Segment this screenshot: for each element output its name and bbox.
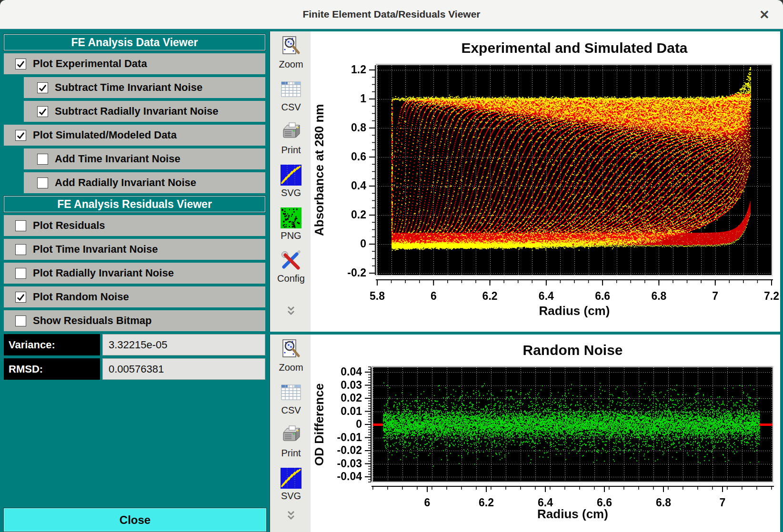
checkbox[interactable]: [15, 315, 26, 326]
toolbar-button-svg[interactable]: SVG: [280, 467, 302, 502]
random-noise-plot-ylabel: OD Difference: [311, 367, 328, 482]
sidebar: FE Analysis Data ViewerPlot Experimental…: [4, 34, 265, 380]
toolbar-button-print[interactable]: Print: [280, 424, 302, 459]
csv-icon: [280, 78, 302, 101]
experimental-plot-title: Experimental and Simulated Data: [377, 40, 772, 56]
fe-viewer-window: Finite Element Data/Residuals Viewer ✕ F…: [0, 0, 783, 532]
section-header-button[interactable]: FE Analysis Residuals Viewer: [4, 196, 265, 212]
experimental-plot-panel: Experimental and Simulated Data Absorban…: [311, 31, 780, 332]
chevron-double-down-icon[interactable]: [284, 510, 298, 524]
toolbar-button-label: Print: [281, 145, 301, 156]
print-icon: [280, 424, 302, 447]
toolbar-button-print[interactable]: Print: [280, 121, 302, 156]
print-icon: [280, 121, 302, 144]
toolbar-button-label: Zoom: [279, 362, 303, 373]
checkbox-label: Subtract Time Invariant Noise: [55, 81, 202, 94]
toolbar-button-zoom[interactable]: Zoom: [279, 35, 303, 70]
checkbox-label: Subtract Radially Invariant Noise: [55, 105, 219, 118]
toolbar-button-label: SVG: [281, 187, 301, 198]
toolbar-button-label: CSV: [281, 405, 301, 416]
experimental-plot-canvas[interactable]: [311, 31, 780, 332]
checkbox[interactable]: [15, 220, 26, 231]
checkbox-row[interactable]: Add Time Invariant Noise: [24, 148, 265, 169]
experimental-plot-xlabel: Radius (cm): [377, 304, 772, 318]
checkbox[interactable]: [37, 154, 48, 165]
checkbox[interactable]: [15, 268, 26, 279]
checkbox-label: Show Residuals Bitmap: [33, 315, 151, 327]
checkbox-row[interactable]: Subtract Time Invariant Noise: [24, 77, 265, 98]
random-noise-plot-canvas[interactable]: [311, 335, 780, 532]
random-noise-plot-title: Random Noise: [373, 342, 773, 358]
toolbar-button-label: Zoom: [279, 59, 303, 70]
stat-label: RMSD:: [4, 358, 100, 380]
checkbox-row[interactable]: Add Radially Invariant Noise: [24, 172, 265, 193]
checkbox-row[interactable]: Subtract Radially Invariant Noise: [24, 101, 265, 122]
checkbox[interactable]: [37, 177, 48, 188]
close-window-icon[interactable]: ✕: [756, 7, 773, 23]
checkbox-label: Plot Residuals: [33, 219, 105, 232]
toolbar-button-label: PNG: [281, 230, 301, 241]
checkbox-label: Plot Simulated/Modeled Data: [33, 129, 177, 141]
close-button[interactable]: Close: [4, 508, 266, 532]
checkbox[interactable]: [37, 106, 48, 117]
zoom-icon: [280, 338, 302, 361]
section-header-label: FE Analysis Data Viewer: [71, 36, 198, 49]
toolbar-button-svg[interactable]: SVG: [280, 164, 302, 198]
zoom-icon: [280, 35, 302, 58]
svg-icon: [280, 164, 302, 187]
checkbox-row[interactable]: Plot Radially Invariant Noise: [4, 263, 265, 284]
checkbox-label: Plot Radially Invariant Noise: [33, 267, 174, 279]
checkbox-row[interactable]: Show Residuals Bitmap: [4, 310, 265, 331]
checkbox-row[interactable]: Plot Random Noise: [4, 286, 265, 307]
experimental-plot-ylabel: Absorbance at 280 nm: [311, 65, 328, 275]
config-icon: [280, 249, 302, 272]
stat-row: RMSD:0.00576381: [4, 358, 265, 380]
window-title: Finite Element Data/Residuals Viewer: [0, 0, 783, 29]
checkbox[interactable]: [15, 244, 26, 255]
checkbox[interactable]: [15, 292, 26, 303]
checkbox-label: Add Radially Invariant Noise: [55, 177, 196, 189]
section-header-label: FE Analysis Residuals Viewer: [57, 198, 212, 211]
checkbox-label: Plot Time Invariant Noise: [33, 243, 158, 256]
svg-icon: [280, 467, 302, 490]
toolbar-button-zoom[interactable]: Zoom: [279, 338, 303, 373]
random-noise-plot-xlabel: Radius (cm): [373, 507, 773, 522]
toolbar-button-config[interactable]: Config: [277, 249, 305, 284]
toolbar-button-label: Config: [277, 273, 305, 284]
png-icon: [280, 207, 302, 229]
checkbox-label: Plot Random Noise: [33, 291, 129, 303]
checkbox-row[interactable]: Plot Experimental Data: [4, 53, 265, 74]
titlebar: Finite Element Data/Residuals Viewer ✕: [0, 0, 783, 29]
toolbar-bottom-plot: ZoomCSVPrintSVG: [270, 335, 312, 532]
checkbox-row[interactable]: Plot Residuals: [4, 215, 265, 236]
toolbar-button-csv[interactable]: CSV: [280, 381, 302, 416]
checkbox-row[interactable]: Plot Simulated/Modeled Data: [4, 125, 265, 146]
random-noise-plot-panel: Random Noise OD Difference Radius (cm): [311, 335, 780, 532]
chevron-double-down-icon[interactable]: [284, 305, 298, 319]
toolbar-button-label: CSV: [281, 102, 301, 113]
stat-value: 0.00576381: [102, 358, 265, 380]
section-header-button[interactable]: FE Analysis Data Viewer: [4, 34, 265, 50]
checkbox-label: Plot Experimental Data: [33, 58, 147, 70]
csv-icon: [280, 381, 302, 404]
checkbox-label: Add Time Invariant Noise: [55, 153, 181, 165]
checkbox[interactable]: [15, 59, 26, 69]
checkbox-row[interactable]: Plot Time Invariant Noise: [4, 239, 265, 260]
toolbar-button-label: SVG: [281, 491, 301, 502]
checkbox[interactable]: [15, 130, 26, 141]
toolbar-top-plot: ZoomCSVPrintSVGPNGConfig: [270, 31, 312, 332]
stat-row: Variance:3.32215e-05: [4, 334, 265, 355]
toolbar-button-png[interactable]: PNG: [280, 207, 302, 241]
toolbar-button-csv[interactable]: CSV: [280, 78, 302, 113]
stat-value: 3.32215e-05: [102, 334, 265, 355]
stat-label: Variance:: [4, 334, 100, 355]
checkbox[interactable]: [37, 82, 48, 93]
toolbar-button-label: Print: [281, 448, 301, 459]
